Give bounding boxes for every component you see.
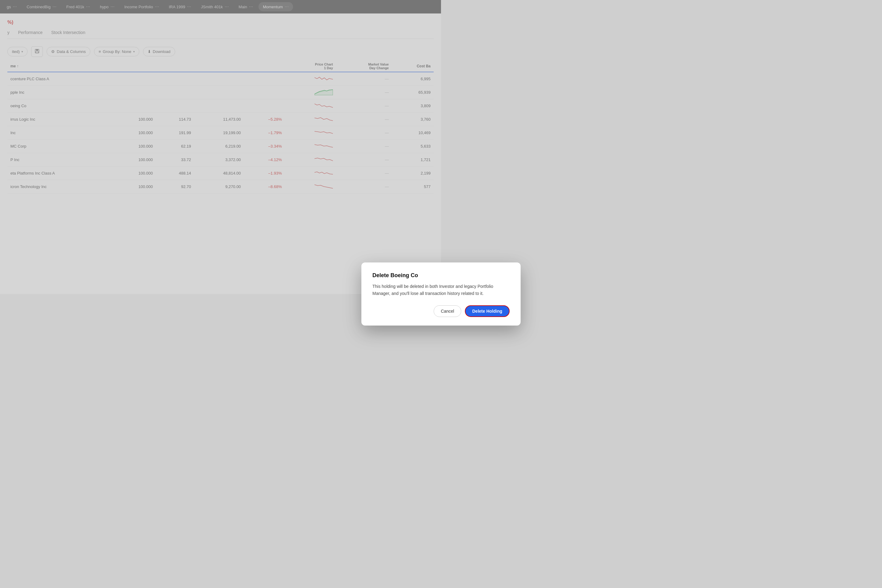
dialog-title: Delete Boeing Co: [372, 272, 441, 279]
dialog-backdrop: Delete Boeing Co This holding will be de…: [0, 0, 441, 294]
dialog-body: This holding will be deleted in both Inv…: [372, 283, 441, 294]
delete-dialog: Delete Boeing Co This holding will be de…: [362, 262, 441, 294]
